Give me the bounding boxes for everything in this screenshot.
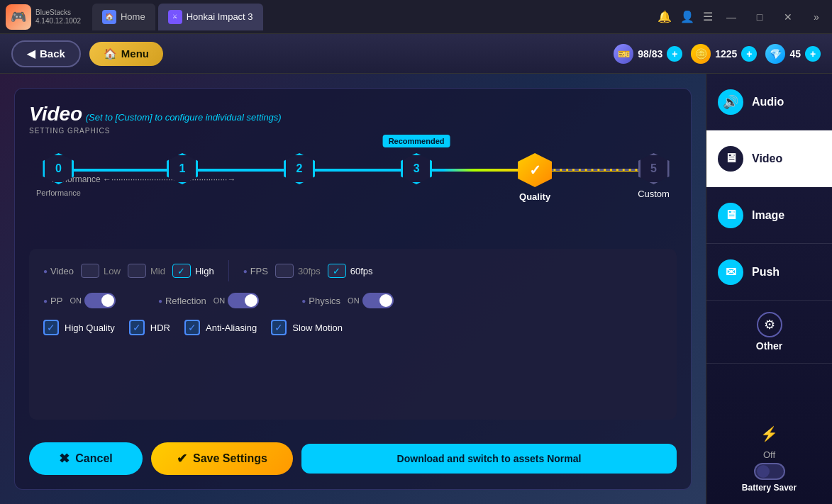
fps-60-label: 60fps (350, 266, 373, 276)
back-label: Back (40, 47, 65, 60)
more-button[interactable]: » (806, 7, 826, 27)
battery-saver-label: Battery Saver (742, 483, 797, 493)
sidebar: 🔊 Audio 🖥 Video 🖥 Image ✉ Push ⚙ Other ⚡… (706, 74, 832, 504)
fps-30-box (275, 264, 294, 278)
download-label: Download and switch to assets Normal (397, 453, 582, 464)
other-icon: ⚙ (757, 312, 782, 337)
sidebar-item-image[interactable]: 🖥 Image (706, 187, 832, 244)
quality-node-5[interactable]: 5 Custom (638, 153, 670, 199)
profile-icon[interactable]: 👤 (680, 10, 694, 23)
pp-label: PP (43, 296, 62, 306)
content-area: Video (Set to [Custom] to configure indi… (0, 74, 706, 504)
coin-value: 1225 (715, 48, 737, 60)
tab-home[interactable]: 🏠 Home (92, 4, 155, 30)
video-high-label: High (195, 266, 214, 276)
crystal-plus-button[interactable]: + (805, 46, 821, 62)
fps-60-option[interactable]: ✓ 60fps (328, 264, 373, 278)
video-low-label: Low (104, 266, 121, 276)
quality-nodes: 0 Performance 1 2 Recommended 3 (36, 153, 670, 202)
video-quality-group: Video Low Mid ✓ High (43, 264, 214, 278)
quality-node-4[interactable]: ✓ Quality (518, 153, 552, 202)
pp-toggle-track[interactable] (84, 293, 116, 308)
quality-node-1[interactable]: 1 (167, 153, 198, 184)
maximize-button[interactable]: □ (750, 7, 770, 27)
node-label-4: Quality (519, 191, 550, 202)
push-label: Push (752, 266, 780, 279)
quality-node-2[interactable]: 2 (284, 153, 315, 184)
sidebar-item-audio[interactable]: 🔊 Audio (706, 74, 832, 130)
ticket-plus-button[interactable]: + (667, 46, 682, 62)
node-hex-3: 3 (401, 153, 432, 184)
physics-toggle-track[interactable] (362, 293, 394, 308)
physics-toggle-thumb (379, 294, 392, 307)
coin-stat: 🪙 1225 + (691, 44, 757, 64)
minimize-button[interactable]: — (721, 7, 741, 27)
app-version: 4.140.12.1002 (35, 17, 81, 26)
anti-aliasing-check-icon: ✓ (184, 320, 200, 335)
fps-30-option[interactable]: 30fps (275, 264, 321, 278)
audio-icon: 🔊 (718, 89, 743, 115)
node-hex-2: 2 (284, 153, 315, 184)
menu-label: Menu (121, 47, 149, 60)
download-button[interactable]: Download and switch to assets Normal (301, 444, 677, 474)
tab-honkai[interactable]: ⚔ Honkai Impact 3 (158, 4, 263, 30)
node-hex-4: ✓ (518, 153, 552, 187)
other-label: Other (756, 340, 782, 352)
home-tab-label: Home (121, 11, 145, 22)
quality-node-0[interactable]: 0 Performance (36, 153, 81, 197)
menu-button[interactable]: 🏠 Menu (89, 42, 163, 66)
hdr-checkbox[interactable]: ✓ HDR (129, 320, 170, 335)
titlebar-actions: 🔔 👤 ☰ — □ ✕ » (658, 7, 826, 27)
menu-icon[interactable]: ☰ (703, 10, 713, 23)
recommended-badge: Recommended (383, 135, 450, 147)
video-low-box (81, 264, 99, 278)
cancel-button[interactable]: ✖ Cancel (29, 442, 143, 475)
image-label: Image (752, 209, 784, 222)
high-quality-checkbox[interactable]: ✓ High Quality (43, 320, 115, 335)
video-mid-box (128, 264, 146, 278)
settings-row-1: Video Low Mid ✓ High (43, 260, 662, 281)
cancel-icon: ✖ (59, 451, 70, 466)
reflection-toggle[interactable]: ON (213, 293, 260, 308)
pp-toggle[interactable]: ON (70, 293, 116, 308)
bell-icon[interactable]: 🔔 (658, 10, 672, 23)
high-quality-check-icon: ✓ (43, 320, 59, 335)
pp-toggle-thumb (101, 294, 114, 307)
titlebar: 🎮 BlueStacks 4.140.12.1002 🏠 Home ⚔ Honk… (0, 0, 832, 34)
image-icon: 🖥 (718, 203, 743, 228)
ticket-stat: 🎫 98/83 + (614, 44, 682, 64)
physics-toggle[interactable]: ON (348, 293, 394, 308)
video-low-option[interactable]: Low (81, 264, 121, 278)
save-button[interactable]: ✔ Save Settings (151, 442, 293, 475)
fps-30-label: 30fps (298, 266, 321, 276)
row1-divider (228, 260, 229, 281)
sidebar-item-other[interactable]: ⚙ Other (706, 301, 832, 364)
sidebar-item-video[interactable]: 🖥 Video (706, 130, 832, 187)
sidebar-battery-saver[interactable]: ⚡ Off Battery Saver (706, 410, 832, 504)
app-name: BlueStacks (35, 9, 81, 17)
video-panel: Video (Set to [Custom] to configure indi… (14, 88, 692, 490)
reflection-toggle-track[interactable] (228, 293, 259, 308)
video-title-sub: (Set to [Custom] to configure individual… (86, 112, 282, 123)
topbar: ◀ Back 🏠 Menu 🎫 98/83 + 🪙 1225 + 💎 45 + (0, 34, 832, 74)
close-button[interactable]: ✕ (778, 7, 798, 27)
video-icon: 🖥 (718, 146, 743, 172)
quality-node-3[interactable]: Recommended 3 (401, 153, 432, 184)
slow-motion-checkbox[interactable]: ✓ Slow Motion (271, 320, 343, 335)
anti-aliasing-checkbox[interactable]: ✓ Anti-Aliasing (184, 320, 257, 335)
audio-label: Audio (752, 96, 784, 108)
physics-group: Physics ON (301, 293, 393, 308)
sidebar-item-push[interactable]: ✉ Push (706, 244, 832, 301)
anti-aliasing-label: Anti-Aliasing (206, 323, 257, 333)
video-high-option[interactable]: ✓ High (172, 264, 214, 278)
video-mid-option[interactable]: Mid (128, 264, 165, 278)
reflection-group: Reflection ON (158, 293, 259, 308)
crystal-icon: 💎 (765, 44, 785, 64)
battery-toggle[interactable] (754, 463, 785, 480)
back-button[interactable]: ◀ Back (11, 40, 81, 67)
battery-icon: ⚡ (757, 421, 782, 447)
home-tab-icon: 🏠 (102, 10, 116, 24)
app-logo: 🎮 (6, 4, 31, 30)
node-hex-5: 5 (638, 153, 670, 184)
coin-plus-button[interactable]: + (741, 46, 757, 62)
